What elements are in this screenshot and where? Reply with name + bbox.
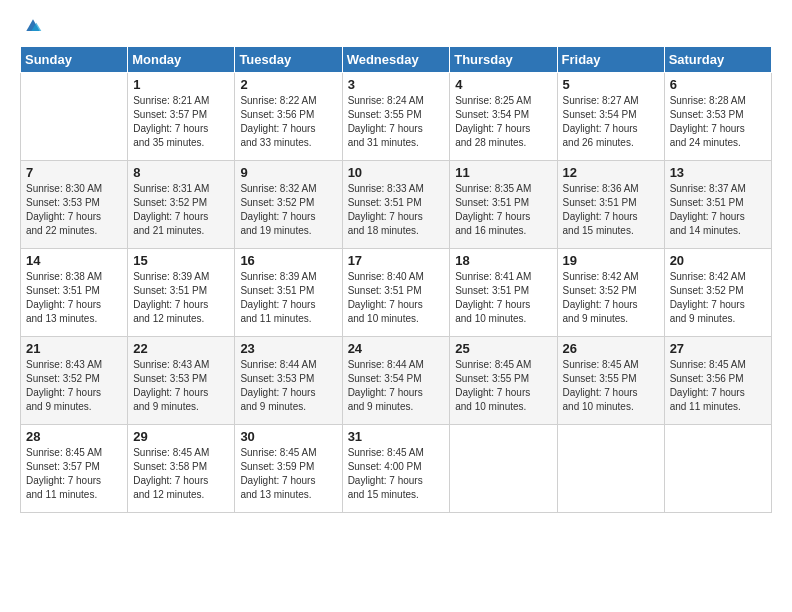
week-row-4: 28Sunrise: 8:45 AM Sunset: 3:57 PM Dayli… (21, 425, 772, 513)
calendar-cell: 25Sunrise: 8:45 AM Sunset: 3:55 PM Dayli… (450, 337, 557, 425)
calendar-cell: 11Sunrise: 8:35 AM Sunset: 3:51 PM Dayli… (450, 161, 557, 249)
day-number: 17 (348, 253, 445, 268)
weekday-header-thursday: Thursday (450, 47, 557, 73)
day-number: 16 (240, 253, 336, 268)
day-info: Sunrise: 8:37 AM Sunset: 3:51 PM Dayligh… (670, 182, 766, 238)
calendar-cell (21, 73, 128, 161)
calendar-cell: 18Sunrise: 8:41 AM Sunset: 3:51 PM Dayli… (450, 249, 557, 337)
day-number: 18 (455, 253, 551, 268)
day-info: Sunrise: 8:45 AM Sunset: 3:57 PM Dayligh… (26, 446, 122, 502)
day-number: 22 (133, 341, 229, 356)
calendar-cell: 29Sunrise: 8:45 AM Sunset: 3:58 PM Dayli… (128, 425, 235, 513)
calendar-body: 1Sunrise: 8:21 AM Sunset: 3:57 PM Daylig… (21, 73, 772, 513)
day-info: Sunrise: 8:40 AM Sunset: 3:51 PM Dayligh… (348, 270, 445, 326)
day-number: 3 (348, 77, 445, 92)
day-number: 10 (348, 165, 445, 180)
weekday-header-tuesday: Tuesday (235, 47, 342, 73)
day-info: Sunrise: 8:24 AM Sunset: 3:55 PM Dayligh… (348, 94, 445, 150)
page: SundayMondayTuesdayWednesdayThursdayFrid… (0, 0, 792, 612)
day-info: Sunrise: 8:45 AM Sunset: 3:58 PM Dayligh… (133, 446, 229, 502)
week-row-2: 14Sunrise: 8:38 AM Sunset: 3:51 PM Dayli… (21, 249, 772, 337)
calendar-cell: 7Sunrise: 8:30 AM Sunset: 3:53 PM Daylig… (21, 161, 128, 249)
day-info: Sunrise: 8:36 AM Sunset: 3:51 PM Dayligh… (563, 182, 659, 238)
calendar-cell: 8Sunrise: 8:31 AM Sunset: 3:52 PM Daylig… (128, 161, 235, 249)
calendar-cell: 10Sunrise: 8:33 AM Sunset: 3:51 PM Dayli… (342, 161, 450, 249)
week-row-1: 7Sunrise: 8:30 AM Sunset: 3:53 PM Daylig… (21, 161, 772, 249)
day-number: 19 (563, 253, 659, 268)
day-number: 1 (133, 77, 229, 92)
calendar-cell (557, 425, 664, 513)
day-info: Sunrise: 8:39 AM Sunset: 3:51 PM Dayligh… (133, 270, 229, 326)
day-number: 24 (348, 341, 445, 356)
day-info: Sunrise: 8:32 AM Sunset: 3:52 PM Dayligh… (240, 182, 336, 238)
day-info: Sunrise: 8:22 AM Sunset: 3:56 PM Dayligh… (240, 94, 336, 150)
day-number: 6 (670, 77, 766, 92)
day-number: 11 (455, 165, 551, 180)
calendar-header: SundayMondayTuesdayWednesdayThursdayFrid… (21, 47, 772, 73)
day-info: Sunrise: 8:31 AM Sunset: 3:52 PM Dayligh… (133, 182, 229, 238)
day-info: Sunrise: 8:38 AM Sunset: 3:51 PM Dayligh… (26, 270, 122, 326)
day-number: 14 (26, 253, 122, 268)
weekday-header-wednesday: Wednesday (342, 47, 450, 73)
calendar-cell: 12Sunrise: 8:36 AM Sunset: 3:51 PM Dayli… (557, 161, 664, 249)
calendar: SundayMondayTuesdayWednesdayThursdayFrid… (20, 46, 772, 513)
day-number: 25 (455, 341, 551, 356)
day-number: 4 (455, 77, 551, 92)
logo (20, 16, 43, 36)
day-info: Sunrise: 8:27 AM Sunset: 3:54 PM Dayligh… (563, 94, 659, 150)
calendar-cell (664, 425, 771, 513)
logo-icon (23, 16, 43, 36)
calendar-cell: 27Sunrise: 8:45 AM Sunset: 3:56 PM Dayli… (664, 337, 771, 425)
calendar-cell: 22Sunrise: 8:43 AM Sunset: 3:53 PM Dayli… (128, 337, 235, 425)
calendar-cell: 26Sunrise: 8:45 AM Sunset: 3:55 PM Dayli… (557, 337, 664, 425)
day-info: Sunrise: 8:30 AM Sunset: 3:53 PM Dayligh… (26, 182, 122, 238)
calendar-cell: 23Sunrise: 8:44 AM Sunset: 3:53 PM Dayli… (235, 337, 342, 425)
day-info: Sunrise: 8:39 AM Sunset: 3:51 PM Dayligh… (240, 270, 336, 326)
day-number: 28 (26, 429, 122, 444)
day-info: Sunrise: 8:43 AM Sunset: 3:52 PM Dayligh… (26, 358, 122, 414)
weekday-header-monday: Monday (128, 47, 235, 73)
day-number: 30 (240, 429, 336, 444)
day-info: Sunrise: 8:35 AM Sunset: 3:51 PM Dayligh… (455, 182, 551, 238)
calendar-cell: 14Sunrise: 8:38 AM Sunset: 3:51 PM Dayli… (21, 249, 128, 337)
calendar-cell: 5Sunrise: 8:27 AM Sunset: 3:54 PM Daylig… (557, 73, 664, 161)
day-number: 8 (133, 165, 229, 180)
calendar-cell: 19Sunrise: 8:42 AM Sunset: 3:52 PM Dayli… (557, 249, 664, 337)
calendar-cell: 1Sunrise: 8:21 AM Sunset: 3:57 PM Daylig… (128, 73, 235, 161)
day-number: 29 (133, 429, 229, 444)
day-info: Sunrise: 8:28 AM Sunset: 3:53 PM Dayligh… (670, 94, 766, 150)
calendar-cell: 17Sunrise: 8:40 AM Sunset: 3:51 PM Dayli… (342, 249, 450, 337)
weekday-header-saturday: Saturday (664, 47, 771, 73)
day-number: 21 (26, 341, 122, 356)
weekday-header-sunday: Sunday (21, 47, 128, 73)
day-info: Sunrise: 8:43 AM Sunset: 3:53 PM Dayligh… (133, 358, 229, 414)
calendar-cell: 3Sunrise: 8:24 AM Sunset: 3:55 PM Daylig… (342, 73, 450, 161)
day-info: Sunrise: 8:45 AM Sunset: 3:59 PM Dayligh… (240, 446, 336, 502)
day-number: 23 (240, 341, 336, 356)
day-info: Sunrise: 8:33 AM Sunset: 3:51 PM Dayligh… (348, 182, 445, 238)
day-number: 2 (240, 77, 336, 92)
day-info: Sunrise: 8:21 AM Sunset: 3:57 PM Dayligh… (133, 94, 229, 150)
day-info: Sunrise: 8:45 AM Sunset: 3:55 PM Dayligh… (455, 358, 551, 414)
calendar-cell: 24Sunrise: 8:44 AM Sunset: 3:54 PM Dayli… (342, 337, 450, 425)
day-info: Sunrise: 8:42 AM Sunset: 3:52 PM Dayligh… (670, 270, 766, 326)
header (20, 16, 772, 36)
day-number: 15 (133, 253, 229, 268)
calendar-cell: 9Sunrise: 8:32 AM Sunset: 3:52 PM Daylig… (235, 161, 342, 249)
day-number: 20 (670, 253, 766, 268)
weekday-header-friday: Friday (557, 47, 664, 73)
day-number: 26 (563, 341, 659, 356)
day-number: 7 (26, 165, 122, 180)
day-number: 31 (348, 429, 445, 444)
calendar-cell: 30Sunrise: 8:45 AM Sunset: 3:59 PM Dayli… (235, 425, 342, 513)
day-number: 27 (670, 341, 766, 356)
day-info: Sunrise: 8:44 AM Sunset: 3:54 PM Dayligh… (348, 358, 445, 414)
calendar-cell: 15Sunrise: 8:39 AM Sunset: 3:51 PM Dayli… (128, 249, 235, 337)
day-info: Sunrise: 8:45 AM Sunset: 4:00 PM Dayligh… (348, 446, 445, 502)
calendar-cell (450, 425, 557, 513)
day-number: 9 (240, 165, 336, 180)
calendar-cell: 6Sunrise: 8:28 AM Sunset: 3:53 PM Daylig… (664, 73, 771, 161)
day-number: 5 (563, 77, 659, 92)
calendar-cell: 31Sunrise: 8:45 AM Sunset: 4:00 PM Dayli… (342, 425, 450, 513)
day-info: Sunrise: 8:44 AM Sunset: 3:53 PM Dayligh… (240, 358, 336, 414)
